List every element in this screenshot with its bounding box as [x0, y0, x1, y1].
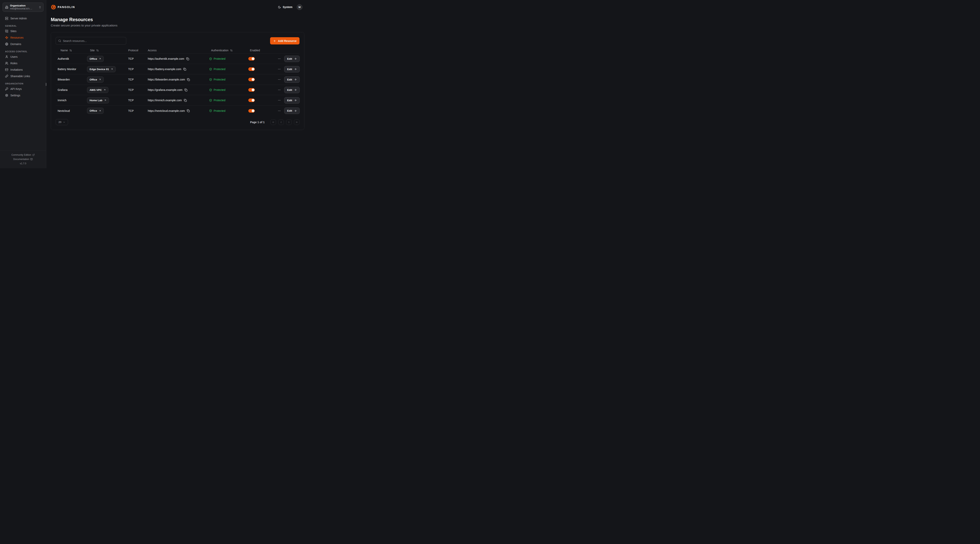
sidebar-item-shareable-links[interactable]: Shareable Links [0, 73, 46, 79]
org-selector[interactable]: Organization milo@fossorial.io's ... [3, 3, 43, 12]
auth-status: Protected [209, 57, 248, 60]
search-icon [58, 40, 61, 42]
copy-button[interactable] [187, 78, 190, 81]
row-menu-button[interactable] [278, 88, 281, 92]
arrow-up-right-icon [111, 68, 113, 70]
org-subtitle: milo@fossorial.io's ... [10, 7, 37, 10]
ellipsis-icon [278, 88, 281, 92]
theme-toggle-button[interactable]: System [278, 5, 293, 9]
copy-icon [184, 99, 187, 102]
arrow-up-right-icon [103, 89, 106, 91]
row-menu-button[interactable] [278, 68, 281, 71]
avatar[interactable]: M [297, 4, 302, 10]
row-menu-button[interactable] [278, 99, 281, 102]
moon-icon [278, 6, 281, 9]
top-bar: PANGOLIN System M [46, 0, 307, 14]
external-link-icon [32, 154, 35, 156]
last-page-button[interactable] [294, 119, 299, 125]
sidebar-item-invitations[interactable]: Invitations [0, 67, 46, 73]
copy-button[interactable] [186, 57, 189, 60]
arrow-up-right-icon [99, 78, 101, 81]
resource-name: Immich [56, 99, 87, 102]
sidebar-resize-handle[interactable] [46, 83, 46, 86]
sidebar-item-settings[interactable]: Settings [0, 92, 46, 98]
site-link[interactable]: Office [87, 76, 104, 82]
sidebar-item-api-keys[interactable]: API Keys [0, 86, 46, 92]
column-header-authentication[interactable]: Authentication [209, 49, 248, 52]
column-header-site[interactable]: Site [87, 49, 128, 52]
page-subtitle: Create secure proxies to your private ap… [51, 24, 302, 27]
row-menu-button[interactable] [278, 78, 281, 81]
site-link[interactable]: AWS VPC [87, 87, 108, 93]
copy-button[interactable] [183, 68, 186, 71]
table-row: Battery Monitor Edge Device 01 TCP https… [56, 64, 299, 75]
site-link[interactable]: Office [87, 56, 104, 62]
site-link[interactable]: Home Lab [87, 97, 109, 103]
page-info: Page 1 of 1 [250, 121, 265, 124]
sidebar-footer: Community Edition Documentation v1.7.0 [0, 151, 46, 168]
plus-icon [273, 40, 276, 43]
arrow-right-icon [294, 68, 297, 70]
sidebar-item-domains[interactable]: Domains [0, 41, 46, 47]
site-link[interactable]: Office [87, 108, 104, 114]
ellipsis-icon [278, 99, 281, 102]
copy-button[interactable] [185, 89, 188, 92]
search-input[interactable] [63, 40, 124, 43]
enabled-toggle[interactable] [248, 88, 255, 92]
resource-name: Nextcloud [56, 109, 87, 113]
sidebar-item-label: Settings [10, 94, 21, 97]
chevrons-up-down-icon [38, 6, 41, 9]
mail-check-icon [5, 68, 8, 71]
combine-icon [5, 30, 8, 33]
edit-button[interactable]: Edit [284, 87, 300, 93]
gear-icon [5, 94, 8, 97]
copy-button[interactable] [187, 109, 190, 112]
shield-check-icon [209, 57, 212, 60]
sidebar-item-resources[interactable]: Resources [0, 34, 46, 41]
enabled-toggle[interactable] [248, 57, 255, 60]
add-resource-button[interactable]: Add Resource [270, 37, 299, 44]
next-page-button[interactable] [286, 119, 292, 125]
edit-button[interactable]: Edit [284, 56, 300, 62]
row-menu-button[interactable] [278, 57, 281, 60]
documentation-link[interactable]: Documentation [0, 157, 46, 161]
sort-icon [69, 49, 72, 52]
enabled-toggle[interactable] [248, 78, 255, 81]
column-header-name[interactable]: Name [56, 49, 87, 52]
brand-logo[interactable]: PANGOLIN [51, 5, 75, 10]
server-icon [5, 17, 8, 20]
enabled-toggle[interactable] [248, 98, 255, 102]
sort-icon [96, 49, 99, 52]
copy-button[interactable] [184, 99, 187, 102]
sidebar-item-roles[interactable]: Roles [0, 60, 46, 67]
arrow-right-icon [294, 89, 297, 91]
copy-icon [186, 57, 189, 60]
sidebar-item-sites[interactable]: Sites [0, 28, 46, 34]
edit-button[interactable]: Edit [284, 76, 300, 83]
key-round-icon [5, 87, 8, 90]
edit-button[interactable]: Edit [284, 97, 300, 103]
community-edition-link[interactable]: Community Edition [0, 153, 46, 157]
edit-button[interactable]: Edit [284, 108, 300, 114]
edit-button[interactable]: Edit [284, 66, 300, 73]
page-size-select[interactable]: 20 [56, 119, 68, 125]
auth-status: Protected [209, 68, 248, 71]
first-page-button[interactable] [270, 119, 276, 125]
table-row: Authentik Office TCP https://authentik.e… [56, 54, 299, 64]
arrow-up-right-icon [99, 57, 101, 60]
section-label-organization: ORGANIZATION [5, 82, 41, 85]
sidebar-item-label: Resources [10, 36, 24, 39]
enabled-toggle[interactable] [248, 109, 255, 113]
sidebar-item-users[interactable]: Users [0, 54, 46, 60]
prev-page-button[interactable] [278, 119, 284, 125]
chevron-down-icon [63, 121, 65, 124]
copy-icon [183, 68, 186, 71]
protocol: TCP [128, 109, 148, 113]
row-menu-button[interactable] [278, 109, 281, 113]
enabled-toggle[interactable] [248, 67, 255, 71]
section-label-access-control: ACCESS CONTROL [5, 50, 41, 53]
site-link[interactable]: Edge Device 01 [87, 66, 116, 72]
sidebar-item-server-admin[interactable]: Server Admin [0, 15, 46, 22]
access-url: https://battery.example.com [148, 68, 181, 71]
sidebar-nav: GENERAL Sites Resources Domains ACCESS C… [0, 22, 46, 98]
